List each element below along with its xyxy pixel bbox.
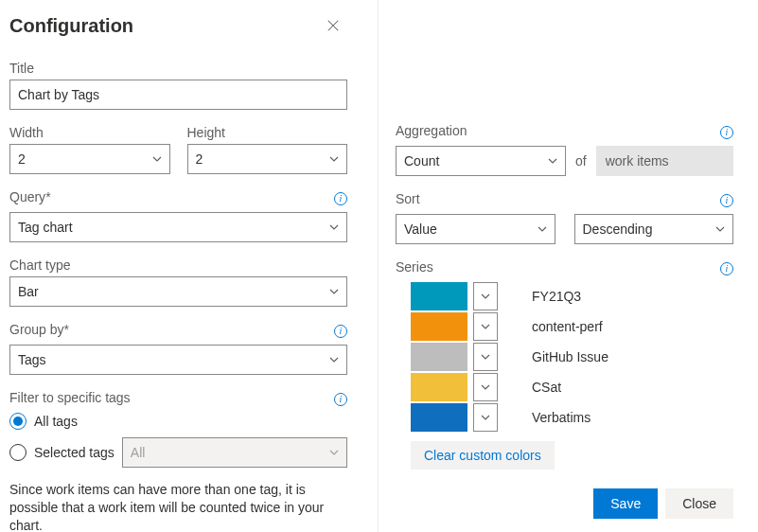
sort-field-value: Value — [404, 222, 437, 237]
filter-label: Filter to specific tags — [9, 390, 131, 405]
close-icon — [326, 19, 340, 32]
series-row: GitHub Issue — [411, 343, 733, 371]
series-label: GitHub Issue — [532, 349, 608, 364]
color-swatch-dropdown[interactable] — [473, 403, 498, 432]
sort-direction-select[interactable]: Descending — [574, 214, 734, 244]
info-icon[interactable]: i — [720, 194, 733, 207]
series-label: FY21Q3 — [532, 289, 581, 304]
info-icon[interactable]: i — [720, 262, 733, 275]
radio-all-tags-label: All tags — [34, 414, 78, 429]
chevron-down-icon — [481, 292, 490, 301]
color-swatch — [411, 343, 467, 371]
chevron-down-icon — [548, 156, 557, 166]
color-swatch — [411, 282, 467, 310]
chevron-down-icon — [715, 224, 725, 234]
sort-direction-value: Descending — [583, 222, 653, 237]
close-button[interactable]: Close — [665, 488, 733, 519]
aggregation-of-text: of — [575, 153, 587, 168]
height-select[interactable]: 2 — [187, 144, 348, 174]
left-column: Configuration Title Width 2 Height 2 — [0, 0, 379, 532]
query-label: Query — [9, 189, 51, 204]
chevron-down-icon — [481, 413, 490, 422]
radio-selected-tags[interactable]: Selected tags — [9, 444, 115, 461]
right-column: Aggregation i Count of work items Sort i… — [379, 0, 758, 532]
group-by-select[interactable]: Tags — [9, 345, 347, 375]
page-title: Configuration — [9, 15, 133, 37]
sort-label: Sort — [396, 191, 420, 206]
aggregation-label: Aggregation — [396, 123, 467, 138]
radio-button-icon — [9, 413, 26, 430]
series-label: Series — [396, 259, 433, 275]
series-row: content-perf — [411, 312, 733, 341]
clear-custom-colors-button[interactable]: Clear custom colors — [411, 441, 555, 470]
width-select[interactable]: 2 — [9, 144, 170, 174]
radio-all-tags[interactable]: All tags — [9, 413, 347, 430]
chart-type-label: Chart type — [9, 257, 347, 273]
color-swatch-dropdown[interactable] — [473, 282, 498, 310]
close-button[interactable] — [319, 11, 347, 40]
chevron-down-icon — [538, 224, 547, 234]
chevron-down-icon — [329, 287, 339, 296]
aggregation-value: Count — [404, 153, 439, 168]
query-value: Tag chart — [18, 220, 73, 235]
series-row: FY21Q3 — [411, 282, 733, 310]
color-swatch — [411, 312, 467, 341]
height-value: 2 — [196, 151, 203, 167]
info-icon[interactable]: i — [334, 192, 347, 205]
query-select[interactable]: Tag chart — [9, 212, 347, 242]
series-row: CSat — [411, 373, 733, 401]
series-label: content-perf — [532, 319, 603, 334]
info-icon[interactable]: i — [720, 126, 733, 139]
title-label: Title — [9, 61, 347, 76]
chevron-down-icon — [329, 222, 339, 232]
group-by-value: Tags — [18, 352, 46, 367]
chart-type-select[interactable]: Bar — [9, 276, 347, 307]
width-value: 2 — [18, 151, 26, 167]
color-swatch-dropdown[interactable] — [473, 312, 498, 341]
radio-selected-tags-label: Selected tags — [34, 445, 115, 460]
series-row: Verbatims — [411, 403, 733, 432]
series-label: Verbatims — [532, 410, 591, 425]
info-icon[interactable]: i — [334, 325, 347, 338]
chevron-down-icon — [329, 355, 339, 364]
selected-tags-select: All — [122, 437, 347, 468]
chevron-down-icon — [481, 322, 490, 331]
chevron-down-icon — [329, 154, 339, 164]
height-label: Height — [187, 125, 348, 140]
color-swatch-dropdown[interactable] — [473, 343, 498, 371]
series-label: CSat — [532, 380, 561, 395]
info-icon[interactable]: i — [334, 393, 347, 406]
hint-text: Since work items can have more than one … — [9, 481, 347, 532]
selected-tags-value: All — [131, 445, 146, 460]
save-button[interactable]: Save — [593, 488, 658, 519]
radio-button-icon — [9, 444, 26, 461]
aggregation-select[interactable]: Count — [396, 146, 566, 176]
width-label: Width — [9, 125, 170, 140]
sort-field-select[interactable]: Value — [396, 214, 555, 244]
title-input[interactable] — [9, 80, 347, 110]
aggregation-target: work items — [596, 146, 733, 176]
group-by-label: Group by — [9, 322, 69, 337]
color-swatch — [411, 373, 467, 401]
chevron-down-icon — [481, 352, 490, 362]
chevron-down-icon — [152, 154, 162, 164]
chevron-down-icon — [329, 448, 339, 457]
color-swatch-dropdown[interactable] — [473, 373, 498, 401]
chart-type-value: Bar — [18, 284, 39, 299]
chevron-down-icon — [481, 382, 490, 392]
color-swatch — [411, 403, 467, 432]
